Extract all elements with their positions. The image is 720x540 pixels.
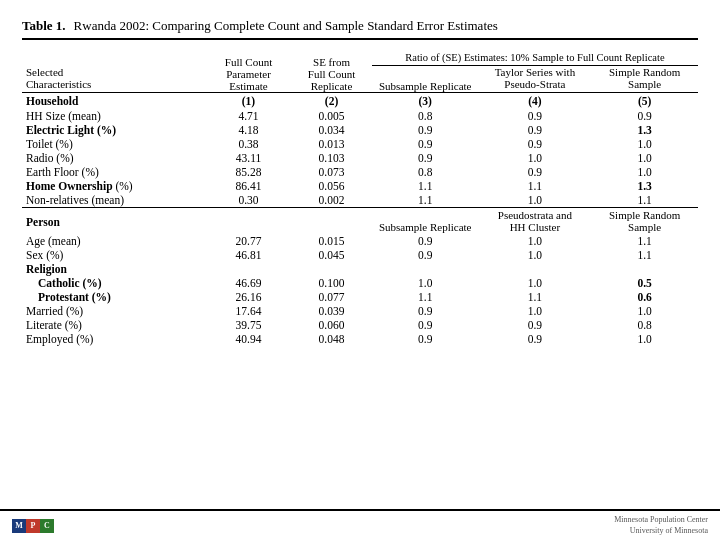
religion-spacer3 (372, 262, 479, 276)
hh-size-col1: 4.71 (206, 109, 291, 123)
protestant-col5: 0.6 (591, 290, 698, 304)
electric-light-col1: 4.18 (206, 123, 291, 137)
person-spacer2 (291, 208, 372, 235)
table-row: HH Size (mean) 4.71 0.005 0.8 0.9 0.9 (22, 109, 698, 123)
toilet-label: Toilet (%) (22, 137, 206, 151)
table-row: Employed (%) 40.94 0.048 0.9 0.9 1.0 (22, 332, 698, 346)
mpc-boxes: M P C (12, 519, 54, 533)
household-label: Household (22, 93, 206, 110)
catholic-col3: 1.0 (372, 276, 479, 290)
characteristics-label: Characteristics (26, 78, 202, 90)
literate-col3: 0.9 (372, 318, 479, 332)
employed-col4: 0.9 (479, 332, 592, 346)
hh-size-col2: 0.005 (291, 109, 372, 123)
electric-light-col4: 0.9 (479, 123, 592, 137)
sex-label: Sex (%) (22, 248, 206, 262)
umn-text: Minnesota Population Center University o… (614, 515, 708, 536)
age-col3: 0.9 (372, 234, 479, 248)
toilet-col3: 0.9 (372, 137, 479, 151)
employed-col5: 1.0 (591, 332, 698, 346)
earth-floor-col3: 0.8 (372, 165, 479, 179)
earth-floor-col2: 0.073 (291, 165, 372, 179)
table-title: Rwanda 2002: Comparing Complete Count an… (74, 18, 498, 34)
age-label: Age (mean) (22, 234, 206, 248)
person-label: Person (22, 208, 206, 235)
bottom-bar: M P C Minnesota Population Center Univer… (0, 509, 720, 540)
radio-col2: 0.103 (291, 151, 372, 165)
subsample-header: Subsample Replicate (372, 66, 479, 93)
literate-col4: 0.9 (479, 318, 592, 332)
toilet-col2: 0.013 (291, 137, 372, 151)
religion-spacer4 (479, 262, 592, 276)
ratio-header: Ratio of (SE) Estimates: 10% Sample to F… (372, 50, 698, 66)
home-ownership-col4: 1.1 (479, 179, 592, 193)
earth-floor-col4: 0.9 (479, 165, 592, 179)
person-spacer1 (206, 208, 291, 235)
radio-label: Radio (%) (22, 151, 206, 165)
electric-light-col3: 0.9 (372, 123, 479, 137)
religion-spacer1 (206, 262, 291, 276)
household-col3: (3) (372, 93, 479, 110)
person-header-row: Person Subsample Replicate Pseudostrata … (22, 208, 698, 235)
page-container: Table 1. Rwanda 2002: Comparing Complete… (0, 0, 720, 356)
married-col3: 0.9 (372, 304, 479, 318)
married-col4: 1.0 (479, 304, 592, 318)
hh-size-col3: 0.8 (372, 109, 479, 123)
earth-floor-label: Earth Floor (%) (22, 165, 206, 179)
protestant-label: Protestant (%) (22, 290, 206, 304)
full-count-header: Full CountParameterEstimate (206, 50, 291, 93)
person-simple-random-label: Simple RandomSample (591, 208, 698, 235)
married-col1: 17.64 (206, 304, 291, 318)
table-row: Radio (%) 43.11 0.103 0.9 1.0 1.0 (22, 151, 698, 165)
table-row: Catholic (%) 46.69 0.100 1.0 1.0 0.5 (22, 276, 698, 290)
home-ownership-col2: 0.056 (291, 179, 372, 193)
hh-size-label: HH Size (mean) (22, 109, 206, 123)
religion-spacer2 (291, 262, 372, 276)
age-col2: 0.015 (291, 234, 372, 248)
age-col1: 20.77 (206, 234, 291, 248)
table-row: Non-relatives (mean) 0.30 0.002 1.1 1.0 … (22, 193, 698, 208)
radio-col4: 1.0 (479, 151, 592, 165)
hh-size-col4: 0.9 (479, 109, 592, 123)
home-ownership-col5: 1.3 (591, 179, 698, 193)
toilet-col5: 1.0 (591, 137, 698, 151)
earth-floor-col1: 85.28 (206, 165, 291, 179)
radio-col3: 0.9 (372, 151, 479, 165)
non-relatives-col1: 0.30 (206, 193, 291, 208)
mpc-logo: M P C (12, 519, 58, 533)
household-col2: (2) (291, 93, 372, 110)
employed-col2: 0.048 (291, 332, 372, 346)
table-row: Toilet (%) 0.38 0.013 0.9 0.9 1.0 (22, 137, 698, 151)
home-ownership-col1: 86.41 (206, 179, 291, 193)
title-row: Table 1. Rwanda 2002: Comparing Complete… (22, 18, 698, 40)
household-col1: (1) (206, 93, 291, 110)
household-col5: (5) (591, 93, 698, 110)
non-relatives-col3: 1.1 (372, 193, 479, 208)
main-table: Selected Characteristics Full CountParam… (22, 50, 698, 346)
simple-random-header: Simple RandomSample (591, 66, 698, 91)
hh-size-col5: 0.9 (591, 109, 698, 123)
religion-header-row: Religion (22, 262, 698, 276)
table-row: Protestant (%) 26.16 0.077 1.1 1.1 0.6 (22, 290, 698, 304)
table-label: Table 1. (22, 18, 66, 34)
married-col5: 1.0 (591, 304, 698, 318)
table-row: Married (%) 17.64 0.039 0.9 1.0 1.0 (22, 304, 698, 318)
se-from-header: SE fromFull CountReplicate (291, 50, 372, 93)
electric-light-col2: 0.034 (291, 123, 372, 137)
table-row: Electric Light (%) 4.18 0.034 0.9 0.9 1.… (22, 123, 698, 137)
sex-col3: 0.9 (372, 248, 479, 262)
employed-col3: 0.9 (372, 332, 479, 346)
electric-light-col5: 1.3 (591, 123, 698, 137)
person-pseudostrata-label: Pseudostrata andHH Cluster (479, 208, 592, 235)
household-col4: (4) (479, 93, 592, 110)
protestant-col2: 0.077 (291, 290, 372, 304)
sex-col1: 46.81 (206, 248, 291, 262)
selected-label: Selected (26, 66, 202, 78)
toilet-col4: 0.9 (479, 137, 592, 151)
taylor-header: Taylor Series withPseudo-Strata (479, 66, 592, 91)
literate-col1: 39.75 (206, 318, 291, 332)
radio-col5: 1.0 (591, 151, 698, 165)
catholic-col1: 46.69 (206, 276, 291, 290)
mpc-m-box: M (12, 519, 26, 533)
sex-col2: 0.045 (291, 248, 372, 262)
